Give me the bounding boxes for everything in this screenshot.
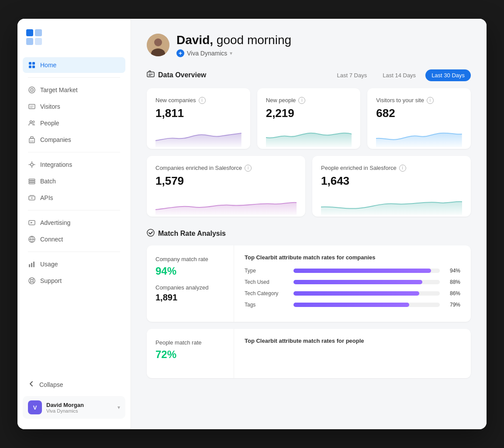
- sidebar-item-connect[interactable]: Connect: [23, 231, 125, 247]
- people-match-left: People match rate 72%: [147, 329, 234, 378]
- svg-rect-2: [26, 38, 33, 45]
- svg-point-13: [33, 121, 35, 123]
- match-rate-section: Match Rate Analysis Company match rate 9…: [147, 229, 471, 378]
- nav-divider-3: [28, 210, 120, 210]
- bar-label-tech-category: Tech Category: [245, 290, 288, 296]
- bar-pct-tech-used: 88%: [445, 279, 460, 285]
- new-people-value: 2,219: [266, 107, 352, 120]
- user-avatar-large: [147, 34, 169, 56]
- sidebar-item-label: APIs: [40, 194, 53, 201]
- data-overview-header: Data Overview Last 7 Days Last 14 Days L…: [147, 69, 471, 81]
- bottom-stats-row: Companies enriched in Salesforce i 1,579: [147, 156, 471, 217]
- svg-point-28: [31, 279, 33, 282]
- apis-icon: [28, 194, 36, 202]
- user-name: David Morgan: [46, 402, 113, 408]
- sidebar-item-home[interactable]: Home: [23, 57, 125, 73]
- collapse-button[interactable]: Collapse: [23, 376, 125, 393]
- sidebar-item-visitors[interactable]: Visitors: [23, 99, 125, 114]
- svg-rect-26: [33, 262, 35, 267]
- bar-track-tech-used: [293, 280, 440, 284]
- people-match-rate-value: 72%: [155, 348, 225, 361]
- sidebar-item-companies[interactable]: Companies: [23, 132, 125, 148]
- people-match-right: Top Clearbit attribute match rates for p…: [234, 329, 471, 378]
- sidebar-item-label: Advertising: [40, 219, 70, 226]
- usage-icon: [28, 260, 36, 268]
- people-chart-title: Top Clearbit attribute match rates for p…: [245, 338, 460, 344]
- new-companies-label: New companies i: [155, 97, 242, 104]
- svg-rect-11: [29, 104, 35, 109]
- companies-salesforce-card: Companies enriched in Salesforce i 1,579: [147, 156, 305, 217]
- sidebar-item-label: Batch: [40, 178, 56, 185]
- sidebar-item-label: Integrations: [40, 161, 72, 168]
- sidebar-item-usage[interactable]: Usage: [23, 256, 125, 272]
- sidebar-item-label: People: [40, 120, 59, 127]
- page-header: David, good morning Viva Dynamics ▾: [147, 33, 471, 57]
- svg-rect-34: [148, 74, 153, 75]
- date-filter-7days[interactable]: Last 7 Days: [331, 69, 373, 81]
- match-rate-title: Match Rate Analysis: [147, 229, 226, 238]
- bar-fill-tech-category: [293, 291, 419, 296]
- info-icon-people[interactable]: i: [298, 97, 305, 104]
- info-icon-visitors[interactable]: i: [427, 97, 434, 104]
- sidebar-item-label: Support: [40, 277, 62, 284]
- sidebar-item-label: Visitors: [40, 103, 60, 110]
- connect-icon: [28, 235, 36, 243]
- workspace-icon: [176, 49, 184, 57]
- svg-rect-35: [148, 75, 151, 76]
- svg-rect-4: [29, 62, 31, 65]
- svg-rect-19: [29, 183, 35, 184]
- sidebar-item-advertising[interactable]: Advertising: [23, 215, 125, 231]
- people-salesforce-value: 1,643: [321, 174, 462, 188]
- user-company: Viva Dynamics: [46, 408, 113, 414]
- sidebar-item-support[interactable]: Support: [23, 273, 125, 289]
- nav-divider-1: [28, 77, 120, 78]
- sidebar-item-integrations[interactable]: Integrations: [23, 157, 125, 172]
- svg-rect-7: [32, 65, 35, 68]
- svg-point-21: [31, 197, 33, 199]
- company-match-rate-value: 94%: [155, 265, 225, 277]
- bar-fill-type: [293, 269, 431, 273]
- new-companies-value: 1,811: [155, 107, 242, 120]
- sidebar-item-label: Companies: [40, 136, 71, 143]
- integrations-icon: [28, 161, 36, 169]
- svg-point-10: [31, 90, 32, 90]
- bar-track-type: [293, 269, 440, 273]
- collapse-label: Collapse: [39, 381, 63, 388]
- greeting-name: David,: [176, 33, 213, 47]
- visitors-site-label: Visitors to your site i: [376, 97, 462, 104]
- info-icon-people-sf[interactable]: i: [399, 165, 406, 172]
- sidebar-item-label: Home: [40, 62, 56, 69]
- advertising-icon: [28, 219, 36, 227]
- people-salesforce-card: People enriched in Salesforce i 1,643: [312, 156, 471, 217]
- data-overview-title: Data Overview: [147, 70, 206, 80]
- sidebar-item-people[interactable]: People: [23, 115, 125, 131]
- svg-rect-5: [32, 62, 35, 65]
- bar-fill-tags: [293, 303, 409, 307]
- workspace-selector[interactable]: Viva Dynamics ▾: [176, 49, 291, 57]
- svg-rect-15: [31, 137, 33, 138]
- sidebar-item-apis[interactable]: APIs: [23, 190, 125, 206]
- company-match-left: Company match rate 94% Companies analyze…: [147, 245, 234, 322]
- user-card[interactable]: V David Morgan Viva Dynamics ▾: [23, 396, 125, 419]
- svg-rect-24: [29, 264, 30, 267]
- sidebar: Home Target Market: [17, 19, 131, 429]
- info-icon-companies-sf[interactable]: i: [245, 165, 252, 172]
- main-content: David, good morning Viva Dynamics ▾: [131, 19, 487, 429]
- sidebar-item-label: Target Market: [40, 86, 78, 93]
- sidebar-item-target-market[interactable]: Target Market: [23, 82, 125, 98]
- date-filter-30days[interactable]: Last 30 Days: [425, 69, 471, 81]
- home-icon: [28, 61, 36, 69]
- match-rate-header: Match Rate Analysis: [147, 229, 471, 238]
- bar-label-tags: Tags: [245, 302, 288, 308]
- sidebar-item-batch[interactable]: Batch: [23, 173, 125, 189]
- date-filter-14days[interactable]: Last 14 Days: [376, 69, 422, 81]
- workspace-chevron-icon: ▾: [230, 50, 232, 56]
- header-text: David, good morning Viva Dynamics ▾: [176, 33, 291, 57]
- people-salesforce-label: People enriched in Salesforce i: [321, 165, 462, 172]
- top-stats-row: New companies i 1,811: [147, 88, 471, 149]
- svg-point-36: [147, 229, 154, 236]
- info-icon-companies[interactable]: i: [199, 97, 206, 104]
- companies-icon: [28, 136, 36, 144]
- bar-row-tech-category: Tech Category 86%: [245, 290, 460, 296]
- bar-label-tech-used: Tech Used: [245, 279, 288, 285]
